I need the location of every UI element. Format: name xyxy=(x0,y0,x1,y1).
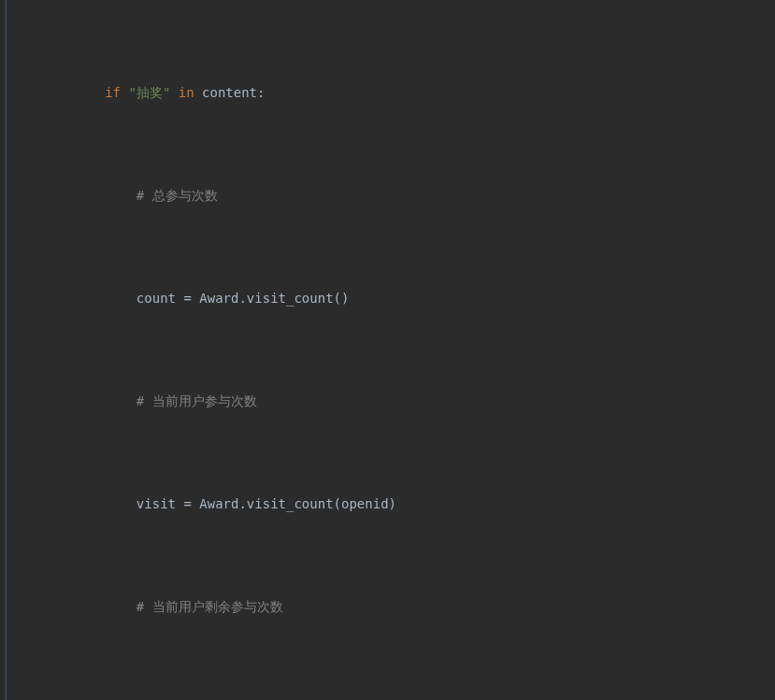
code-line: # 当前用户参与次数 xyxy=(10,391,700,411)
code-area[interactable]: if "抽奖" in content: # 总参与次数 count = Awar… xyxy=(7,0,700,700)
code-line: # 总参与次数 xyxy=(10,185,700,206)
code-editor: if "抽奖" in content: # 总参与次数 count = Awar… xyxy=(0,0,775,700)
code-line: visit = Award.visit_count(openid) xyxy=(10,493,700,514)
code-line: # 当前用户剩余参与次数 xyxy=(10,596,700,617)
code-line: count = Award.visit_count() xyxy=(10,288,700,308)
code-line: if "抽奖" in content: xyxy=(10,82,700,103)
